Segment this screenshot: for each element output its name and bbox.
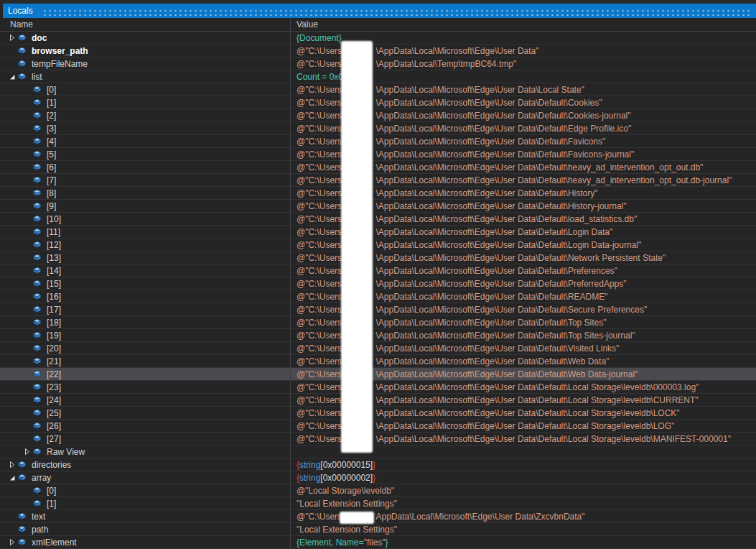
name-cell[interactable]: [9] <box>0 200 291 212</box>
name-cell[interactable]: [25] <box>0 407 291 419</box>
variable-row[interactable]: [24] @"C:\Users\\AppData\Local\Microsoft… <box>0 394 756 407</box>
name-cell[interactable]: [1] <box>0 96 291 109</box>
variable-row[interactable]: [9] @"C:\Users\\AppData\Local\Microsoft\… <box>0 200 756 213</box>
name-cell[interactable]: [15] <box>0 277 291 290</box>
variable-row[interactable]: [7] @"C:\Users\\AppData\Local\Microsoft\… <box>0 174 756 187</box>
name-cell[interactable]: array <box>0 471 291 484</box>
name-cell[interactable]: [21] <box>0 355 291 367</box>
variable-row[interactable]: [6] @"C:\Users\\AppData\Local\Microsoft\… <box>0 161 756 174</box>
name-cell[interactable]: text <box>0 510 291 522</box>
name-cell[interactable]: [11] <box>0 226 291 238</box>
name-cell[interactable]: [8] <box>0 187 291 199</box>
variable-row[interactable]: [12] @"C:\Users\\AppData\Local\Microsoft… <box>0 239 756 252</box>
variable-row[interactable]: [18] @"C:\Users\\AppData\Local\Microsoft… <box>0 316 756 329</box>
expander-collapsed-icon[interactable] <box>7 461 17 469</box>
name-cell[interactable]: [27] <box>0 433 291 445</box>
variable-name: Raw View <box>47 447 85 457</box>
variable-row[interactable]: [8] @"C:\Users\\AppData\Local\Microsoft\… <box>0 187 756 200</box>
variable-row[interactable]: [21] @"C:\Users\\AppData\Local\Microsoft… <box>0 355 756 368</box>
variable-row[interactable]: [10] @"C:\Users\\AppData\Local\Microsoft… <box>0 213 756 226</box>
variable-row[interactable]: xmlElement {Element, Name="files"} <box>0 536 756 549</box>
variable-row[interactable]: [19] @"C:\Users\\AppData\Local\Microsoft… <box>0 329 756 342</box>
value-segment: \AppData\Local\Microsoft\Edge\User Data\… <box>375 188 597 198</box>
name-cell[interactable]: [0] <box>0 484 291 497</box>
variable-row[interactable]: [15] @"C:\Users\\AppData\Local\Microsoft… <box>0 277 756 290</box>
variable-row[interactable]: Raw View <box>0 446 756 458</box>
value-segment: "files" <box>364 538 386 548</box>
variable-row[interactable]: [20] @"C:\Users\\AppData\Local\Microsoft… <box>0 342 756 355</box>
column-header-value[interactable]: Value <box>291 18 756 31</box>
variable-name: path <box>32 525 48 535</box>
name-cell[interactable]: Raw View <box>0 446 291 458</box>
name-cell[interactable]: [14] <box>0 264 291 277</box>
variable-row[interactable]: [16] @"C:\Users\\AppData\Local\Microsoft… <box>0 290 756 303</box>
variable-row[interactable]: [2] @"C:\Users\\AppData\Local\Microsoft\… <box>0 109 756 122</box>
name-cell[interactable]: directories <box>0 458 291 471</box>
variable-row[interactable]: [3] @"C:\Users\\AppData\Local\Microsoft\… <box>0 122 756 135</box>
variable-value[interactable]: "Local Extension Settings" <box>291 497 756 509</box>
variable-row[interactable]: [23] @"C:\Users\\AppData\Local\Microsoft… <box>0 381 756 394</box>
variable-row[interactable]: [11] @"C:\Users\\AppData\Local\Microsoft… <box>0 226 756 239</box>
variable-value[interactable]: "Local Extension Settings" <box>291 523 756 535</box>
variable-row[interactable]: tempFileName @"C:\Users\\AppData\Local\T… <box>0 57 756 70</box>
name-cell[interactable]: list <box>0 70 291 83</box>
variable-row[interactable]: [14] @"C:\Users\\AppData\Local\Microsoft… <box>0 264 756 277</box>
name-cell[interactable]: path <box>0 523 291 535</box>
variable-row[interactable]: [13] @"C:\Users\\AppData\Local\Microsoft… <box>0 252 756 264</box>
variable-value[interactable]: {string[0x00000002]} <box>291 471 756 484</box>
variable-row[interactable]: list Count = 0x0 <box>0 70 756 83</box>
name-cell[interactable]: [10] <box>0 213 291 225</box>
variable-row[interactable]: [0] @"C:\Users\\AppData\Local\Microsoft\… <box>0 83 756 96</box>
name-cell[interactable]: [13] <box>0 252 291 264</box>
variable-value[interactable]: {string[0x00000015]} <box>291 458 756 471</box>
variable-value[interactable]: {Element, Name="files"} <box>291 536 756 548</box>
name-cell[interactable]: [1] <box>0 497 291 509</box>
name-cell[interactable]: [0] <box>0 83 291 96</box>
variable-row[interactable]: [25] @"C:\Users\\AppData\Local\Microsoft… <box>0 407 756 420</box>
tool-window-titlebar[interactable]: Locals <box>0 4 756 18</box>
expander-expanded-icon[interactable] <box>7 474 17 481</box>
name-cell[interactable]: [6] <box>0 161 291 173</box>
variable-value[interactable]: @"Local Storage\leveldb" <box>291 484 756 497</box>
variable-row[interactable]: directories {string[0x00000015]} <box>0 458 756 471</box>
name-cell[interactable]: [17] <box>0 303 291 315</box>
variable-row[interactable]: [5] @"C:\Users\\AppData\Local\Microsoft\… <box>0 148 756 161</box>
name-cell[interactable]: [22] <box>0 368 291 380</box>
expander-expanded-icon[interactable] <box>7 73 17 80</box>
variable-row[interactable]: browser_path @"C:\Users\\AppData\Local\M… <box>0 45 756 57</box>
variable-row[interactable]: [4] @"C:\Users\\AppData\Local\Microsoft\… <box>0 135 756 148</box>
name-cell[interactable]: [7] <box>0 174 291 186</box>
name-cell[interactable]: browser_path <box>0 45 291 57</box>
variable-row[interactable]: [27] @"C:\Users\\AppData\Local\Microsoft… <box>0 433 756 446</box>
variable-row[interactable]: [26] @"C:\Users\\AppData\Local\Microsoft… <box>0 420 756 433</box>
name-cell[interactable]: tempFileName <box>0 57 291 70</box>
variable-row[interactable]: path "Local Extension Settings" <box>0 523 756 536</box>
expander-collapsed-icon[interactable] <box>7 34 17 42</box>
variable-row[interactable]: array {string[0x00000002]} <box>0 471 756 484</box>
expander-collapsed-icon[interactable] <box>7 538 17 546</box>
name-cell[interactable]: [2] <box>0 109 291 121</box>
expander-collapsed-icon[interactable] <box>22 448 32 456</box>
variable-row[interactable]: [0] @"Local Storage\leveldb" <box>0 484 756 497</box>
name-cell[interactable]: doc <box>0 32 291 44</box>
titlebar-drag-grip-dots[interactable] <box>42 8 752 16</box>
name-cell[interactable]: [3] <box>0 122 291 134</box>
name-cell[interactable]: [23] <box>0 381 291 393</box>
variable-row[interactable]: [1] "Local Extension Settings" <box>0 497 756 510</box>
variable-row[interactable]: [17] @"C:\Users\\AppData\Local\Microsoft… <box>0 303 756 316</box>
name-cell[interactable]: [19] <box>0 329 291 341</box>
name-cell[interactable]: [24] <box>0 394 291 406</box>
name-cell[interactable]: [12] <box>0 239 291 251</box>
name-cell[interactable]: [4] <box>0 135 291 147</box>
name-cell[interactable]: [5] <box>0 148 291 160</box>
name-cell[interactable]: [16] <box>0 290 291 303</box>
name-cell[interactable]: [20] <box>0 342 291 354</box>
variable-row[interactable]: doc {Document} <box>0 32 756 45</box>
variable-row[interactable]: [22] @"C:\Users\\AppData\Local\Microsoft… <box>0 368 756 381</box>
variable-row[interactable]: text @"C:\Users\AppData\Local\Microsoft\… <box>0 510 756 523</box>
name-cell[interactable]: [18] <box>0 316 291 328</box>
column-header-name[interactable]: Name <box>0 18 291 31</box>
name-cell[interactable]: xmlElement <box>0 536 291 548</box>
variable-row[interactable]: [1] @"C:\Users\\AppData\Local\Microsoft\… <box>0 96 756 109</box>
name-cell[interactable]: [26] <box>0 420 291 432</box>
